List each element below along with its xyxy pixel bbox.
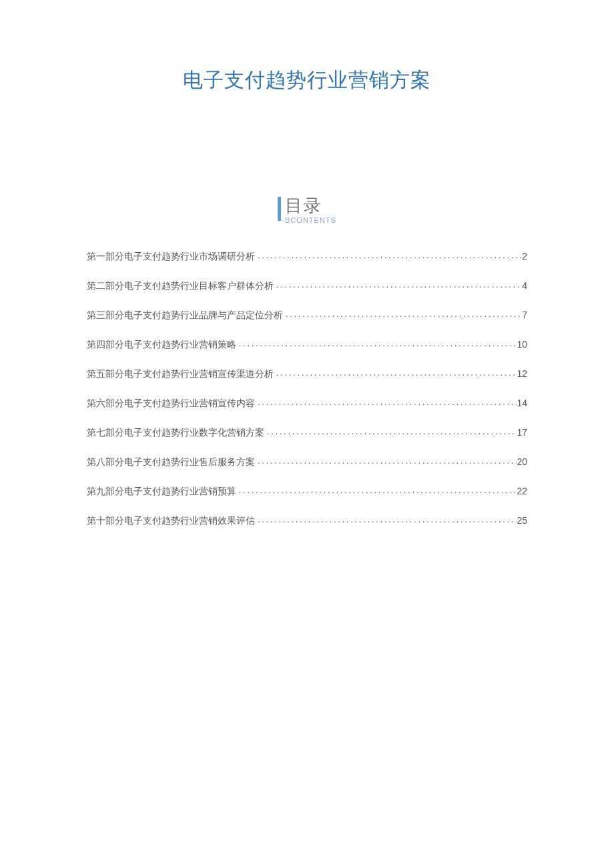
toc-item[interactable]: 第十部分电子支付趋势行业营销效果评估 .....................… (87, 515, 527, 527)
toc-item-text: 第四部分电子支付趋势行业营销策略 (87, 339, 236, 351)
toc-item[interactable]: 第五部分电子支付趋势行业营销宣传渠道分析 ...................… (87, 368, 527, 380)
toc-item-text: 第五部分电子支付趋势行业营销宣传渠道分析 (87, 368, 274, 380)
toc-item[interactable]: 第七部分电子支付趋势行业数字化营销方案 ....................… (87, 427, 527, 439)
toc-item[interactable]: 第六部分电子支付趋势行业营销宣传内容 .....................… (87, 398, 527, 410)
toc-label-wrap: 目录 BCONTENTS (285, 194, 336, 224)
toc-item-text: 第六部分电子支付趋势行业营销宣传内容 (87, 398, 255, 410)
toc-item-leader: ........................................… (236, 339, 517, 348)
toc-accent-bar (278, 197, 281, 221)
toc-label: 目录 (285, 194, 322, 218)
document-title: 电子支付趋势行业营销方案 (87, 67, 527, 94)
toc-header: 目录 BCONTENTS (87, 194, 527, 224)
toc-item[interactable]: 第一部分电子支付趋势行业市场调研分析 .....................… (87, 251, 527, 263)
toc-header-inner: 目录 BCONTENTS (278, 194, 336, 224)
toc-item-leader: ........................................… (255, 515, 517, 524)
toc-item-leader: ........................................… (283, 310, 522, 319)
toc-item-text: 第三部分电子支付趋势行业品牌与产品定位分析 (87, 310, 283, 322)
toc-item-page: 10 (517, 339, 527, 350)
toc-item-page: 7 (522, 310, 527, 320)
toc-item[interactable]: 第三部分电子支付趋势行业品牌与产品定位分析 ..................… (87, 310, 527, 322)
toc-item-leader: ........................................… (264, 427, 517, 436)
toc-item-leader: ........................................… (274, 368, 517, 378)
toc-item-page: 14 (517, 398, 527, 408)
toc-list: 第一部分电子支付趋势行业市场调研分析 .....................… (87, 251, 527, 527)
toc-item-text: 第二部分电子支付趋势行业目标客户群体分析 (87, 280, 274, 292)
toc-item[interactable]: 第八部分电子支付趋势行业售后服务方案 .....................… (87, 456, 527, 468)
toc-item-text: 第一部分电子支付趋势行业市场调研分析 (87, 251, 255, 263)
toc-item[interactable]: 第九部分电子支付趋势行业营销预算 .......................… (87, 486, 527, 498)
toc-sublabel: BCONTENTS (285, 216, 336, 224)
toc-item-leader: ........................................… (255, 251, 522, 260)
toc-item[interactable]: 第二部分电子支付趋势行业目标客户群体分析 ...................… (87, 280, 527, 292)
toc-item-text: 第八部分电子支付趋势行业售后服务方案 (87, 456, 255, 468)
toc-item-leader: ........................................… (255, 398, 517, 407)
toc-item-page: 20 (517, 456, 527, 467)
toc-item-page: 2 (522, 251, 527, 262)
toc-item-text: 第七部分电子支付趋势行业数字化营销方案 (87, 427, 264, 439)
toc-item-page: 12 (517, 368, 527, 379)
toc-item-leader: ........................................… (274, 280, 522, 290)
toc-item-page: 17 (517, 427, 527, 438)
toc-item-text: 第九部分电子支付趋势行业营销预算 (87, 486, 236, 498)
toc-item-page: 22 (517, 486, 527, 496)
toc-item-leader: ........................................… (255, 456, 517, 466)
toc-item-text: 第十部分电子支付趋势行业营销效果评估 (87, 515, 255, 527)
toc-item[interactable]: 第四部分电子支付趋势行业营销策略 .......................… (87, 339, 527, 351)
toc-item-leader: ........................................… (236, 486, 517, 495)
toc-item-page: 4 (522, 280, 527, 291)
toc-item-page: 25 (517, 515, 527, 526)
